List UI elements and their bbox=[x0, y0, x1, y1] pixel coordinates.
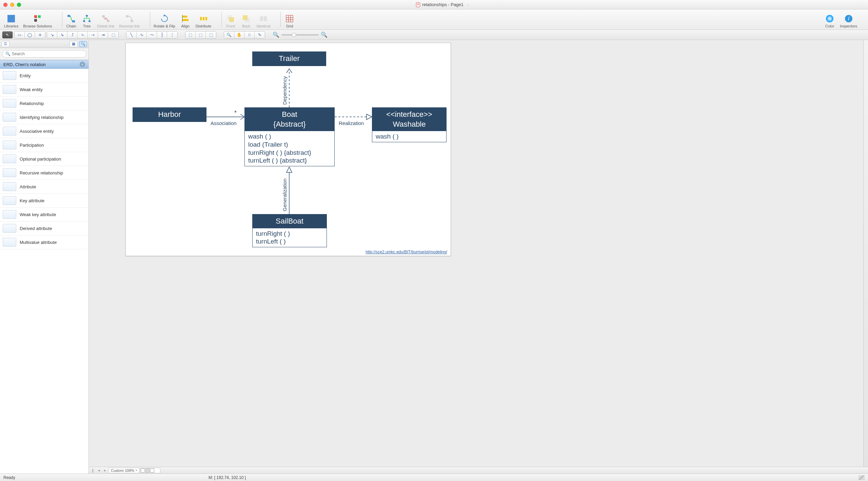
library-item[interactable]: Attribute bbox=[0, 180, 88, 194]
line-tool-1[interactable]: ╲ bbox=[126, 32, 137, 38]
edit-tool-3[interactable]: ⬚ bbox=[206, 32, 216, 38]
magnify-tool[interactable]: 🔍 bbox=[224, 32, 234, 38]
chevron-down-icon[interactable]: ⌄ bbox=[467, 3, 470, 6]
zoom-icon[interactable] bbox=[17, 3, 21, 7]
right-gutter bbox=[863, 40, 868, 467]
uml-class-sailboat[interactable]: SailBoat turnRight ( )turnLeft ( ) bbox=[252, 214, 327, 247]
library-item[interactable]: Associative entity bbox=[0, 124, 88, 138]
uml-class-boat[interactable]: Boat {Abstract} wash ( )load (Trailer t)… bbox=[244, 107, 335, 166]
uml-class-trailer[interactable]: Trailer bbox=[252, 51, 326, 66]
svg-marker-40 bbox=[367, 114, 372, 120]
zoom-in-icon[interactable]: 🔍 bbox=[321, 32, 328, 38]
toolbar-chain-button[interactable]: Chain bbox=[64, 14, 78, 29]
library-item[interactable]: Key attribute bbox=[0, 194, 88, 208]
zoom-out-icon[interactable]: 🔍 bbox=[273, 32, 279, 38]
color-icon bbox=[825, 14, 834, 23]
toolbar-label: Delete link bbox=[97, 24, 114, 28]
text-tool[interactable]: ≡ bbox=[35, 32, 45, 38]
ellipse-tool[interactable]: ◯ bbox=[25, 32, 35, 38]
library-item[interactable]: Multivalue attribute bbox=[0, 235, 88, 249]
shape-thumbnail-icon bbox=[3, 238, 16, 247]
library-item[interactable]: Weak key attribute bbox=[0, 208, 88, 222]
tabs-next[interactable]: ▸ bbox=[102, 468, 108, 473]
resize-grip-icon[interactable] bbox=[859, 475, 865, 480]
toolbar-rlink-button: Reverse link bbox=[118, 14, 141, 29]
library-item[interactable]: Recursive relationship bbox=[0, 166, 88, 180]
library-item-label: Recursive relationship bbox=[20, 170, 63, 175]
toolbar-distr-button[interactable]: Distribute bbox=[194, 14, 213, 29]
library-item[interactable]: Optional participation bbox=[0, 152, 88, 166]
toolbar-align-button[interactable]: Align bbox=[179, 14, 192, 29]
shape-thumbnail-icon bbox=[3, 210, 16, 219]
svg-rect-29 bbox=[286, 15, 293, 22]
dlink-icon bbox=[101, 14, 110, 23]
close-icon[interactable] bbox=[3, 3, 7, 7]
stamp-tool[interactable]: ⎍ bbox=[244, 32, 255, 38]
edit-tool-2[interactable]: ⬚ bbox=[196, 32, 206, 38]
source-link[interactable]: http://sce2.umkc.edu/BIT/burrise/pl/mode… bbox=[366, 250, 447, 254]
toolbar-roflip-button[interactable]: Rotate & Flip bbox=[152, 14, 177, 29]
edit-tool-1[interactable]: ⬚ bbox=[185, 32, 196, 38]
label-generalization: Generalization bbox=[282, 179, 288, 211]
tabs-scroll-handle[interactable]: ‖ bbox=[90, 468, 96, 473]
library-search-input[interactable] bbox=[2, 50, 86, 58]
canvas-scroll[interactable]: Trailer Harbor Boat {Abstract} wash ( )l… bbox=[89, 40, 868, 467]
toolbar-color-button[interactable]: Color bbox=[823, 14, 836, 29]
rect-tool[interactable]: ▭ bbox=[15, 32, 25, 38]
align-icon bbox=[181, 14, 190, 23]
library-item[interactable]: Relationship bbox=[0, 97, 88, 110]
uml-method: wash ( ) bbox=[376, 132, 443, 141]
close-section-icon[interactable]: × bbox=[80, 62, 85, 67]
svg-rect-24 bbox=[229, 17, 234, 22]
toolbar-label: Reverse link bbox=[119, 24, 140, 28]
connector-tool-7[interactable]: ⬚ bbox=[108, 32, 118, 38]
connector-tool-5[interactable]: ⇢ bbox=[88, 32, 98, 38]
toolbar-separator bbox=[150, 12, 150, 27]
library-section-header[interactable]: ERD, Chen's notation × bbox=[0, 60, 88, 69]
connector-tool-2[interactable]: ↳ bbox=[57, 32, 67, 38]
uml-method: turnRight ( ) bbox=[256, 230, 323, 238]
connector-tool-4[interactable]: ⤷ bbox=[78, 32, 88, 38]
line-tool-2[interactable]: ∿ bbox=[137, 32, 147, 38]
toolbar-browse-button[interactable]: Browse Solutions bbox=[22, 14, 53, 29]
minimize-icon[interactable] bbox=[10, 3, 14, 7]
zoom-readout[interactable]: Custom 108% ▾ bbox=[108, 468, 139, 473]
distr-icon bbox=[199, 14, 208, 23]
library-item[interactable]: Identifying relationship bbox=[0, 110, 88, 124]
connector-tool-1[interactable]: ↘ bbox=[47, 32, 57, 38]
pointer-tool[interactable]: ↖ bbox=[2, 32, 13, 38]
connector-tool-6[interactable]: ⇥ bbox=[98, 32, 108, 38]
uml-class-harbor[interactable]: Harbor bbox=[133, 107, 206, 122]
library-item-label: Identifying relationship bbox=[20, 115, 63, 120]
sidebar-search-toggle[interactable]: 🔍 bbox=[79, 41, 87, 47]
library-item[interactable]: Derived attribute bbox=[0, 222, 88, 235]
connector-tool-3[interactable]: ⤴ bbox=[67, 32, 78, 38]
main-toolbar: LibrariesBrowse Solutions ChainTreeDelet… bbox=[0, 9, 868, 30]
chain-icon bbox=[67, 14, 76, 23]
svg-rect-20 bbox=[200, 17, 202, 20]
toolbar-grid-button[interactable]: Grid bbox=[283, 14, 296, 29]
uml-title: SailBoat bbox=[253, 214, 327, 228]
library-item[interactable]: Weak entity bbox=[0, 83, 88, 97]
toolbar-insp-button[interactable]: iInspectors bbox=[839, 14, 859, 29]
hand-tool[interactable]: ✋ bbox=[234, 32, 244, 38]
toolbar-libraries-button[interactable]: Libraries bbox=[3, 14, 20, 29]
library-item[interactable]: Participation bbox=[0, 138, 88, 152]
line-tool-3[interactable]: ⤳ bbox=[147, 32, 157, 38]
line-tool-4[interactable]: ⎮ bbox=[157, 32, 167, 38]
sidebar-list-view[interactable]: ☰ bbox=[1, 41, 9, 47]
line-tool-5[interactable]: ⋮ bbox=[167, 32, 177, 38]
page-thumbnails[interactable] bbox=[140, 468, 160, 473]
eyedropper-tool[interactable]: ✎ bbox=[255, 32, 265, 38]
library-item[interactable]: Entity bbox=[0, 69, 88, 83]
diagram-page[interactable]: Trailer Harbor Boat {Abstract} wash ( )l… bbox=[125, 43, 451, 256]
svg-rect-10 bbox=[102, 15, 105, 17]
tabs-prev[interactable]: ◂ bbox=[96, 468, 102, 473]
svg-text:i: i bbox=[848, 16, 849, 21]
uml-interface-washable[interactable]: <<interface>> Washable wash ( ) bbox=[372, 107, 447, 142]
library-item-label: Entity bbox=[20, 73, 31, 78]
shape-thumbnail-icon bbox=[3, 154, 16, 163]
sidebar-grid-view[interactable]: ▦ bbox=[70, 41, 78, 47]
zoom-slider[interactable]: 🔍 🔍 bbox=[273, 32, 328, 38]
toolbar-tree-button[interactable]: Tree bbox=[80, 14, 94, 29]
